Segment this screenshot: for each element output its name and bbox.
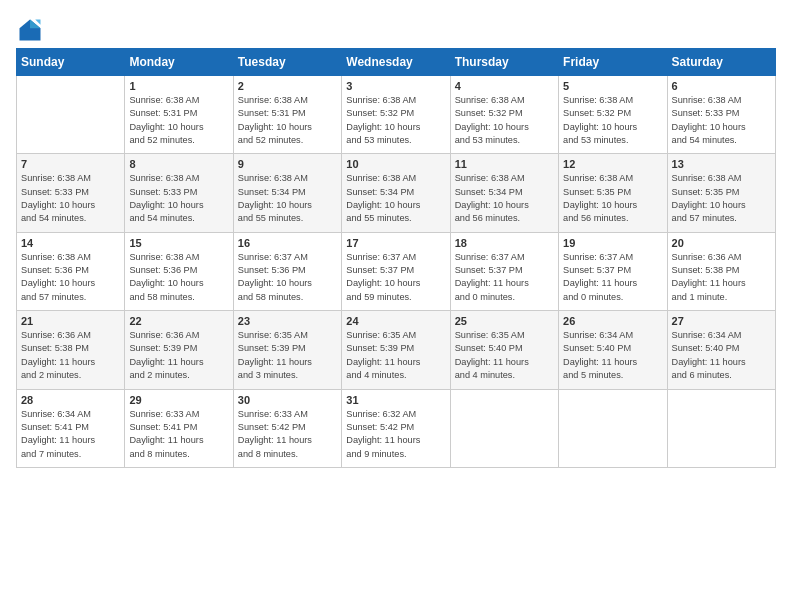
- day-number: 9: [238, 158, 337, 170]
- day-number: 26: [563, 315, 662, 327]
- calendar-cell: 20Sunrise: 6:36 AMSunset: 5:38 PMDayligh…: [667, 232, 775, 310]
- calendar-cell: 14Sunrise: 6:38 AMSunset: 5:36 PMDayligh…: [17, 232, 125, 310]
- day-number: 13: [672, 158, 771, 170]
- day-header-monday: Monday: [125, 49, 233, 76]
- day-number: 4: [455, 80, 554, 92]
- day-info: Sunrise: 6:34 AMSunset: 5:40 PMDaylight:…: [563, 329, 662, 382]
- calendar-cell: 19Sunrise: 6:37 AMSunset: 5:37 PMDayligh…: [559, 232, 667, 310]
- day-number: 11: [455, 158, 554, 170]
- day-info: Sunrise: 6:38 AMSunset: 5:31 PMDaylight:…: [129, 94, 228, 147]
- day-info: Sunrise: 6:38 AMSunset: 5:34 PMDaylight:…: [238, 172, 337, 225]
- day-number: 20: [672, 237, 771, 249]
- day-number: 8: [129, 158, 228, 170]
- day-info: Sunrise: 6:38 AMSunset: 5:33 PMDaylight:…: [672, 94, 771, 147]
- day-info: Sunrise: 6:34 AMSunset: 5:41 PMDaylight:…: [21, 408, 120, 461]
- calendar-cell: 16Sunrise: 6:37 AMSunset: 5:36 PMDayligh…: [233, 232, 341, 310]
- calendar-cell: 27Sunrise: 6:34 AMSunset: 5:40 PMDayligh…: [667, 311, 775, 389]
- calendar-cell: 22Sunrise: 6:36 AMSunset: 5:39 PMDayligh…: [125, 311, 233, 389]
- day-number: 21: [21, 315, 120, 327]
- day-header-sunday: Sunday: [17, 49, 125, 76]
- day-info: Sunrise: 6:37 AMSunset: 5:36 PMDaylight:…: [238, 251, 337, 304]
- calendar-cell: 7Sunrise: 6:38 AMSunset: 5:33 PMDaylight…: [17, 154, 125, 232]
- page-header: [16, 16, 776, 44]
- day-number: 7: [21, 158, 120, 170]
- day-info: Sunrise: 6:37 AMSunset: 5:37 PMDaylight:…: [563, 251, 662, 304]
- calendar-cell: 12Sunrise: 6:38 AMSunset: 5:35 PMDayligh…: [559, 154, 667, 232]
- day-number: 24: [346, 315, 445, 327]
- day-info: Sunrise: 6:34 AMSunset: 5:40 PMDaylight:…: [672, 329, 771, 382]
- day-info: Sunrise: 6:38 AMSunset: 5:32 PMDaylight:…: [346, 94, 445, 147]
- calendar-cell: [17, 76, 125, 154]
- calendar-cell: 17Sunrise: 6:37 AMSunset: 5:37 PMDayligh…: [342, 232, 450, 310]
- calendar-cell: 8Sunrise: 6:38 AMSunset: 5:33 PMDaylight…: [125, 154, 233, 232]
- calendar-cell: 6Sunrise: 6:38 AMSunset: 5:33 PMDaylight…: [667, 76, 775, 154]
- calendar-week-2: 7Sunrise: 6:38 AMSunset: 5:33 PMDaylight…: [17, 154, 776, 232]
- day-header-tuesday: Tuesday: [233, 49, 341, 76]
- calendar-cell: 4Sunrise: 6:38 AMSunset: 5:32 PMDaylight…: [450, 76, 558, 154]
- day-info: Sunrise: 6:38 AMSunset: 5:34 PMDaylight:…: [455, 172, 554, 225]
- calendar-cell: 31Sunrise: 6:32 AMSunset: 5:42 PMDayligh…: [342, 389, 450, 467]
- day-info: Sunrise: 6:38 AMSunset: 5:32 PMDaylight:…: [563, 94, 662, 147]
- day-info: Sunrise: 6:36 AMSunset: 5:38 PMDaylight:…: [672, 251, 771, 304]
- day-number: 15: [129, 237, 228, 249]
- day-info: Sunrise: 6:35 AMSunset: 5:40 PMDaylight:…: [455, 329, 554, 382]
- day-info: Sunrise: 6:38 AMSunset: 5:34 PMDaylight:…: [346, 172, 445, 225]
- day-header-friday: Friday: [559, 49, 667, 76]
- day-info: Sunrise: 6:38 AMSunset: 5:35 PMDaylight:…: [563, 172, 662, 225]
- logo-icon: [16, 16, 44, 44]
- calendar-week-1: 1Sunrise: 6:38 AMSunset: 5:31 PMDaylight…: [17, 76, 776, 154]
- day-info: Sunrise: 6:38 AMSunset: 5:31 PMDaylight:…: [238, 94, 337, 147]
- svg-marker-2: [35, 20, 40, 25]
- day-number: 5: [563, 80, 662, 92]
- calendar-cell: 10Sunrise: 6:38 AMSunset: 5:34 PMDayligh…: [342, 154, 450, 232]
- calendar-cell: 24Sunrise: 6:35 AMSunset: 5:39 PMDayligh…: [342, 311, 450, 389]
- day-info: Sunrise: 6:38 AMSunset: 5:33 PMDaylight:…: [129, 172, 228, 225]
- calendar-cell: 5Sunrise: 6:38 AMSunset: 5:32 PMDaylight…: [559, 76, 667, 154]
- calendar-cell: 26Sunrise: 6:34 AMSunset: 5:40 PMDayligh…: [559, 311, 667, 389]
- day-info: Sunrise: 6:38 AMSunset: 5:35 PMDaylight:…: [672, 172, 771, 225]
- day-info: Sunrise: 6:37 AMSunset: 5:37 PMDaylight:…: [346, 251, 445, 304]
- day-header-wednesday: Wednesday: [342, 49, 450, 76]
- day-info: Sunrise: 6:36 AMSunset: 5:39 PMDaylight:…: [129, 329, 228, 382]
- calendar-cell: 29Sunrise: 6:33 AMSunset: 5:41 PMDayligh…: [125, 389, 233, 467]
- calendar-cell: 3Sunrise: 6:38 AMSunset: 5:32 PMDaylight…: [342, 76, 450, 154]
- calendar-week-3: 14Sunrise: 6:38 AMSunset: 5:36 PMDayligh…: [17, 232, 776, 310]
- calendar-week-5: 28Sunrise: 6:34 AMSunset: 5:41 PMDayligh…: [17, 389, 776, 467]
- day-number: 17: [346, 237, 445, 249]
- day-number: 25: [455, 315, 554, 327]
- day-header-thursday: Thursday: [450, 49, 558, 76]
- calendar-cell: 25Sunrise: 6:35 AMSunset: 5:40 PMDayligh…: [450, 311, 558, 389]
- day-info: Sunrise: 6:38 AMSunset: 5:32 PMDaylight:…: [455, 94, 554, 147]
- calendar-week-4: 21Sunrise: 6:36 AMSunset: 5:38 PMDayligh…: [17, 311, 776, 389]
- day-number: 29: [129, 394, 228, 406]
- day-info: Sunrise: 6:38 AMSunset: 5:36 PMDaylight:…: [129, 251, 228, 304]
- day-number: 2: [238, 80, 337, 92]
- day-info: Sunrise: 6:33 AMSunset: 5:41 PMDaylight:…: [129, 408, 228, 461]
- calendar-cell: 13Sunrise: 6:38 AMSunset: 5:35 PMDayligh…: [667, 154, 775, 232]
- calendar-cell: 11Sunrise: 6:38 AMSunset: 5:34 PMDayligh…: [450, 154, 558, 232]
- calendar-cell: 2Sunrise: 6:38 AMSunset: 5:31 PMDaylight…: [233, 76, 341, 154]
- day-info: Sunrise: 6:37 AMSunset: 5:37 PMDaylight:…: [455, 251, 554, 304]
- logo: [16, 16, 48, 44]
- day-info: Sunrise: 6:38 AMSunset: 5:36 PMDaylight:…: [21, 251, 120, 304]
- day-header-saturday: Saturday: [667, 49, 775, 76]
- day-number: 10: [346, 158, 445, 170]
- calendar-cell: 18Sunrise: 6:37 AMSunset: 5:37 PMDayligh…: [450, 232, 558, 310]
- day-info: Sunrise: 6:33 AMSunset: 5:42 PMDaylight:…: [238, 408, 337, 461]
- calendar-cell: [667, 389, 775, 467]
- day-number: 28: [21, 394, 120, 406]
- day-info: Sunrise: 6:38 AMSunset: 5:33 PMDaylight:…: [21, 172, 120, 225]
- day-number: 30: [238, 394, 337, 406]
- day-number: 18: [455, 237, 554, 249]
- calendar-cell: 9Sunrise: 6:38 AMSunset: 5:34 PMDaylight…: [233, 154, 341, 232]
- header-row: SundayMondayTuesdayWednesdayThursdayFrid…: [17, 49, 776, 76]
- calendar-table: SundayMondayTuesdayWednesdayThursdayFrid…: [16, 48, 776, 468]
- calendar-cell: [559, 389, 667, 467]
- day-number: 22: [129, 315, 228, 327]
- day-number: 12: [563, 158, 662, 170]
- calendar-cell: 23Sunrise: 6:35 AMSunset: 5:39 PMDayligh…: [233, 311, 341, 389]
- day-number: 16: [238, 237, 337, 249]
- calendar-cell: 21Sunrise: 6:36 AMSunset: 5:38 PMDayligh…: [17, 311, 125, 389]
- day-info: Sunrise: 6:36 AMSunset: 5:38 PMDaylight:…: [21, 329, 120, 382]
- calendar-cell: 28Sunrise: 6:34 AMSunset: 5:41 PMDayligh…: [17, 389, 125, 467]
